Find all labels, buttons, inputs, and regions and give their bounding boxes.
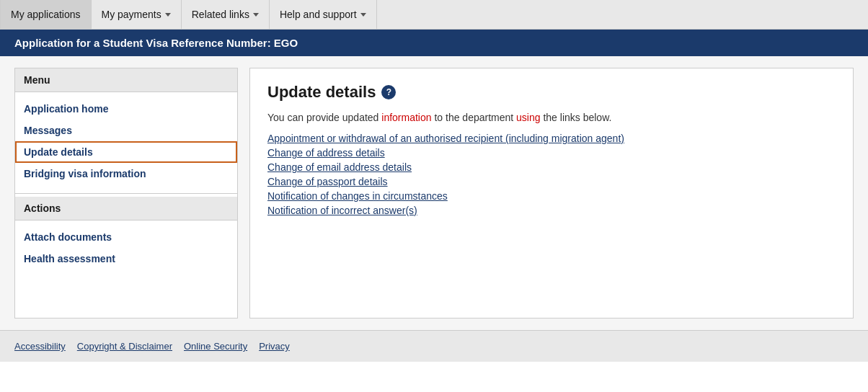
menu-section-header: Menu: [15, 68, 237, 92]
nav-label-my-payments: My payments: [102, 9, 161, 20]
caret-icon-related-links: [253, 13, 259, 17]
actions-section-header: Actions: [15, 197, 237, 220]
content-title: Update details ?: [267, 83, 836, 102]
content-title-text: Update details: [267, 83, 376, 102]
content-description: You can provide updated information to t…: [267, 110, 836, 125]
content-link-appointment-withdrawal[interactable]: Appointment or withdrawal of an authoris…: [267, 133, 836, 144]
nav-item-my-payments[interactable]: My payments: [92, 0, 182, 29]
sidebar: Menu Application homeMessagesUpdate deta…: [14, 68, 238, 318]
desc-before: You can provide updated: [267, 112, 381, 123]
sidebar-link-update-details[interactable]: Update details: [15, 141, 237, 163]
sidebar-link-application-home[interactable]: Application home: [15, 98, 237, 120]
main-content: Menu Application homeMessagesUpdate deta…: [0, 56, 868, 330]
footer-link-privacy[interactable]: Privacy: [259, 341, 290, 352]
top-navigation: My applicationsMy paymentsRelated linksH…: [0, 0, 868, 30]
nav-item-help-and-support[interactable]: Help and support: [270, 0, 377, 29]
desc-highlight-using: using: [516, 112, 540, 123]
sidebar-link-bridging-visa-info[interactable]: Bridging visa information: [15, 163, 237, 184]
nav-label-help-and-support: Help and support: [280, 9, 357, 20]
content-link-notification-incorrect[interactable]: Notification of incorrect answer(s): [267, 205, 836, 216]
banner-title: Application for a Student Visa Reference…: [14, 37, 298, 49]
content-link-change-address[interactable]: Change of address details: [267, 147, 836, 159]
footer: AccessibilityCopyright & DisclaimerOnlin…: [0, 330, 868, 362]
actions-links: Attach documentsHealth assessment: [15, 220, 237, 275]
footer-link-accessibility[interactable]: Accessibility: [14, 341, 66, 352]
nav-item-related-links[interactable]: Related links: [182, 0, 270, 29]
page-banner: Application for a Student Visa Reference…: [0, 30, 868, 56]
footer-link-copyright-disclaimer[interactable]: Copyright & Disclaimer: [77, 341, 172, 352]
content-link-notification-changes[interactable]: Notification of changes in circumstances: [267, 190, 836, 202]
sidebar-link-messages[interactable]: Messages: [15, 120, 237, 141]
menu-links: Application homeMessagesUpdate detailsBr…: [15, 92, 237, 190]
content-panel: Update details ? You can provide updated…: [249, 68, 854, 318]
nav-label-my-applications: My applications: [11, 9, 81, 20]
sidebar-link-attach-documents[interactable]: Attach documents: [15, 226, 237, 248]
content-link-change-passport[interactable]: Change of passport details: [267, 176, 836, 187]
content-link-change-email[interactable]: Change of email address details: [267, 161, 836, 173]
desc-middle: to the department: [432, 112, 517, 123]
content-links: Appointment or withdrawal of an authoris…: [267, 133, 836, 216]
sidebar-divider: [15, 193, 237, 194]
footer-link-online-security[interactable]: Online Security: [184, 341, 247, 352]
desc-highlight-info: information: [381, 112, 431, 123]
sidebar-link-health-assessment[interactable]: Health assessment: [15, 248, 237, 270]
desc-after: the links below.: [541, 112, 612, 123]
caret-icon-help-and-support: [360, 13, 366, 17]
caret-icon-my-payments: [165, 13, 171, 17]
help-icon[interactable]: ?: [381, 85, 396, 99]
nav-item-my-applications[interactable]: My applications: [0, 0, 92, 29]
nav-label-related-links: Related links: [192, 9, 249, 20]
